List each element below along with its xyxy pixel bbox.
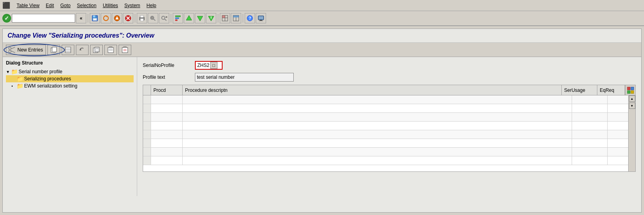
move-btn[interactable]: [90, 45, 103, 55]
profile-text-input[interactable]: [195, 73, 294, 82]
sort-btn[interactable]: [173, 13, 183, 23]
td-checkbox: [143, 95, 151, 104]
menu-system[interactable]: System: [125, 3, 140, 8]
svg-rect-46: [65, 47, 71, 53]
rewind-btn[interactable]: «: [76, 13, 86, 23]
menu-utilities[interactable]: Utilities: [103, 3, 118, 8]
td-procd: [151, 104, 183, 112]
scroll-down-btn[interactable]: ▼: [629, 103, 635, 109]
scroll-up-btn[interactable]: ▲: [629, 95, 635, 102]
sort-desc-btn[interactable]: [195, 13, 205, 23]
svg-line-18: [164, 19, 166, 21]
th-settings[interactable]: [625, 85, 635, 95]
serial-no-profile-input[interactable]: ZHS2 □: [195, 61, 223, 70]
svg-rect-3: [94, 19, 96, 20]
check-icon[interactable]: ✓: [2, 14, 11, 23]
sort-asc-btn[interactable]: [184, 13, 194, 23]
svg-rect-12: [140, 15, 144, 17]
svg-point-14: [151, 16, 154, 19]
svg-rect-13: [140, 19, 144, 21]
new-entries-btn[interactable]: New Entries: [6, 45, 46, 55]
tree-item-serializing-procedures[interactable]: 📁 Serializing procedures: [6, 75, 134, 82]
td-serusage: [572, 104, 608, 112]
table-row[interactable]: [143, 148, 635, 156]
find-btn[interactable]: [148, 13, 158, 23]
profile-text-label: Profile text: [143, 74, 190, 80]
menu-table-view[interactable]: Table View: [17, 3, 40, 8]
page-title: Change View "Serializing procedures": Ov…: [3, 29, 641, 43]
td-serusage: [572, 122, 608, 130]
svg-marker-24: [197, 16, 203, 21]
tree-item-label: Serial number profile: [19, 69, 62, 74]
folder-icon: 📁: [11, 69, 17, 74]
delete-btn[interactable]: [119, 45, 131, 55]
svg-rect-21: [175, 17, 179, 19]
svg-rect-1: [93, 15, 95, 17]
svg-rect-62: [631, 87, 634, 90]
profile-text-row: Profile text: [143, 73, 636, 82]
save-btn[interactable]: [90, 13, 100, 23]
svg-rect-51: [95, 47, 99, 52]
procedures-table: Procd Procedure descriptn SerUsage EqReq: [143, 85, 636, 172]
table-btn[interactable]: [220, 13, 230, 23]
menu-help[interactable]: Help: [147, 3, 157, 8]
expand-arrow-3: •: [11, 84, 15, 88]
svg-rect-30: [222, 15, 225, 18]
find-next-btn[interactable]: [159, 13, 169, 23]
td-desc: [183, 95, 572, 104]
folder-icon-3: 📁: [17, 83, 23, 89]
table-row[interactable]: [143, 95, 635, 104]
td-desc: [183, 130, 572, 139]
td-procd: [151, 148, 183, 156]
table-row[interactable]: [143, 122, 635, 130]
sidebar-title: Dialog Structure: [6, 60, 134, 66]
td-serusage: [572, 156, 608, 165]
table-row[interactable]: [143, 130, 635, 139]
help-btn[interactable]: ?: [245, 13, 255, 23]
th-checkbox: [143, 85, 151, 95]
tree-item-label-2: Serializing procedures: [24, 76, 71, 82]
table-row[interactable]: [143, 139, 635, 148]
svg-rect-45: [52, 47, 57, 52]
print-btn[interactable]: [137, 13, 147, 23]
td-desc: [183, 148, 572, 156]
action-toolbar: New Entries: [3, 43, 641, 57]
folder-icon-2: 📁: [17, 76, 23, 82]
sidebar: Dialog Structure ▼ 📁 Serial number profi…: [3, 57, 137, 196]
sep5: [243, 14, 243, 23]
td-serusage: [572, 139, 608, 147]
browse-btn[interactable]: □: [210, 62, 217, 69]
table-row[interactable]: [143, 104, 635, 113]
content-area: Dialog Structure ▼ 📁 Serial number profi…: [3, 57, 641, 196]
svg-rect-61: [627, 87, 630, 90]
command-dropdown[interactable]: [12, 14, 75, 23]
cancel-btn[interactable]: [123, 13, 133, 23]
svg-point-16: [151, 17, 153, 19]
sort-desc2-btn[interactable]: [206, 13, 216, 23]
navigate-up-btn[interactable]: [112, 13, 122, 23]
svg-rect-32: [233, 15, 239, 17]
td-procd: [151, 113, 183, 121]
menu-goto[interactable]: Goto: [60, 3, 71, 8]
tree-item-ewm-serialization[interactable]: • 📁 EWM serialization setting: [6, 82, 134, 89]
td-checkbox: [143, 122, 151, 130]
td-checkbox: [143, 104, 151, 112]
svg-marker-23: [186, 15, 192, 20]
table-row[interactable]: [143, 113, 635, 122]
table-row[interactable]: [143, 156, 635, 165]
menu-selection[interactable]: Selection: [77, 3, 96, 8]
td-procd: [151, 122, 183, 130]
monitor-btn[interactable]: [256, 13, 266, 23]
copy-rows-btn[interactable]: [62, 45, 74, 55]
refresh-btn[interactable]: [101, 13, 111, 23]
td-serusage: [572, 148, 608, 156]
undo-btn[interactable]: [76, 45, 89, 55]
tree-item-serial-number-profile[interactable]: ▼ 📁 Serial number profile: [6, 68, 134, 75]
copy-btn[interactable]: [47, 45, 60, 55]
layout-btn[interactable]: [231, 13, 241, 23]
menu-edit[interactable]: Edit: [46, 3, 54, 8]
td-desc: [183, 139, 572, 147]
right-panel: SerialNoProfile ZHS2 □ Profile text Proc…: [137, 57, 641, 196]
svg-rect-39: [259, 21, 263, 21]
paste-btn[interactable]: [104, 45, 117, 55]
